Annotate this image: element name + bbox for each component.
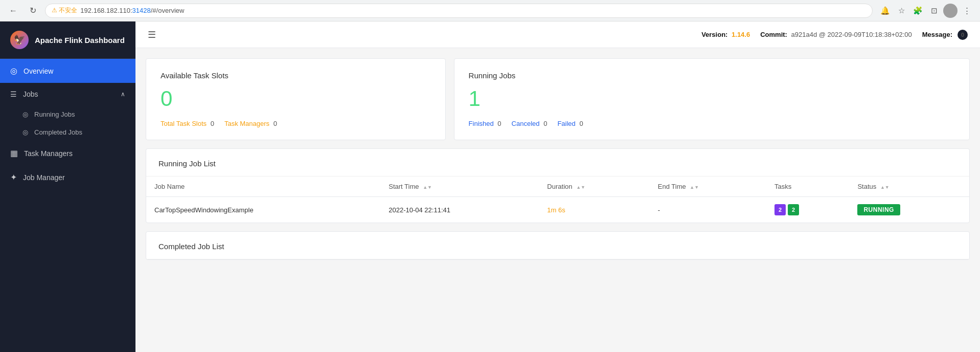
running-jobs-title: Running Jobs (469, 71, 955, 80)
col-end-time[interactable]: End Time ▲▼ (650, 177, 766, 197)
sidebar-item-label-overview: Overview (24, 67, 53, 75)
canceled-stat: Canceled 0 (512, 120, 548, 127)
more-options-button[interactable]: ⋮ (960, 4, 974, 18)
browser-actions: 🔔 ☆ 🧩 ⊡ ⋮ (878, 4, 974, 18)
canceled-value: 0 (543, 120, 547, 127)
user-avatar[interactable] (943, 4, 958, 18)
completed-job-list-card: Completed Job List (146, 231, 970, 260)
commit-label: Commit: a921a4d @ 2022-09-09T10:18:38+02… (760, 31, 912, 38)
header-info: Version: 1.14.6 Commit: a921a4d @ 2022-0… (701, 30, 968, 40)
job-name-cell: CarTopSpeedWindowingExample (146, 197, 380, 223)
message-count-badge: 0 (958, 30, 968, 40)
url-path: /#/overview (151, 7, 185, 14)
end-time-cell: - (650, 197, 766, 223)
duration-value: 1m 6s (547, 206, 565, 214)
task-slots-title: Available Task Slots (161, 71, 431, 80)
col-status[interactable]: Status ▲▼ (849, 177, 969, 197)
commit-label-text: Commit: (760, 31, 787, 38)
job-manager-icon: ✦ (10, 172, 17, 182)
tasks-badges: 2 2 (774, 204, 841, 215)
running-jobs-card: Running Jobs 1 Finished 0 Canceled 0 Fai… (454, 58, 970, 140)
profile-icon[interactable]: 🔔 (878, 4, 892, 18)
sidebar-item-job-manager[interactable]: ✦ Job Manager (0, 165, 135, 189)
status-cell: RUNNING (849, 197, 969, 223)
task-slots-card: Available Task Slots 0 Total Task Slots … (146, 58, 446, 140)
jobs-icon: ☰ (10, 90, 17, 98)
url-port: 31428 (132, 7, 151, 14)
failed-label: Failed (557, 120, 575, 127)
table-row: CarTopSpeedWindowingExample 2022-10-04 2… (146, 197, 969, 223)
total-value: 0 (211, 120, 214, 127)
sidebar-item-label-completed-jobs: Completed Jobs (34, 128, 82, 136)
message-label-text: Message: (922, 31, 952, 38)
sidebar-item-overview[interactable]: ◎ Overview (0, 59, 135, 83)
duration-cell: 1m 6s (539, 197, 649, 223)
running-jobs-value: 1 (469, 88, 955, 109)
version-value: 1.14.6 (732, 31, 750, 38)
bookmark-icon[interactable]: ☆ (894, 4, 908, 18)
status-badge: RUNNING (857, 204, 900, 215)
sidebar-item-label-task-managers: Task Managers (24, 149, 73, 158)
sort-icon-end-time: ▲▼ (690, 185, 699, 190)
running-job-list-card: Running Job List Job Name Start Time ▲▼ (146, 148, 970, 223)
col-tasks: Tasks (766, 177, 849, 197)
sidebar-item-task-managers[interactable]: ▦ Task Managers (0, 141, 135, 165)
security-warning: ⚠ 不安全 (52, 6, 77, 15)
sort-icon-status: ▲▼ (880, 185, 890, 190)
running-job-list-table: Job Name Start Time ▲▼ Duration ▲▼ (146, 177, 969, 223)
url-base: 192.168.182.110: (80, 7, 132, 14)
sidebar-item-completed-jobs[interactable]: ◎ Completed Jobs (0, 123, 135, 141)
top-header: ☰ Version: 1.14.6 Commit: a921a4d @ 2022… (135, 21, 980, 48)
sidebar-item-running-jobs[interactable]: ◎ Running Jobs (0, 105, 135, 123)
total-task-slots-label: Total Task Slots 0 (161, 120, 214, 127)
content-area: Available Task Slots 0 Total Task Slots … (135, 48, 980, 270)
browser-chrome: ← ↻ ⚠ 不安全 192.168.182.110:31428/#/overvi… (0, 0, 980, 21)
back-button[interactable]: ← (6, 4, 20, 18)
failed-stat: Failed 0 (557, 120, 583, 127)
cast-icon[interactable]: ⊡ (927, 4, 941, 18)
running-job-list-header: Running Job List (146, 149, 969, 177)
commit-value: a921a4d @ 2022-09-09T10:18:38+02:00 (791, 31, 912, 38)
chevron-up-icon: ∧ (121, 91, 125, 98)
start-time-cell: 2022-10-04 22:11:41 (380, 197, 539, 223)
refresh-button[interactable]: ↻ (26, 4, 40, 18)
col-job-name: Job Name (146, 177, 380, 197)
version-label: Version: 1.14.6 (701, 31, 750, 38)
sidebar-item-label-running-jobs: Running Jobs (34, 111, 75, 118)
tasks-cell: 2 2 (766, 197, 849, 223)
logo-icon: 🦅 (10, 31, 29, 49)
finished-stat: Finished 0 (469, 120, 502, 127)
task-badge-done: 2 (788, 204, 799, 215)
sidebar-logo: 🦅 Apache Flink Dashboard (0, 21, 135, 59)
col-duration[interactable]: Duration ▲▼ (539, 177, 649, 197)
sidebar: 🦅 Apache Flink Dashboard ◎ Overview ☰ Jo… (0, 21, 135, 352)
finished-value: 0 (497, 120, 501, 127)
start-time-value: 2022-10-04 22:11:41 (389, 206, 450, 214)
finished-label: Finished (469, 120, 494, 127)
sidebar-item-label-job-manager: Job Manager (23, 173, 65, 182)
completed-job-list-header: Completed Job List (146, 232, 969, 259)
task-managers-label: Task Managers 0 (224, 120, 277, 127)
task-managers-icon: ▦ (10, 148, 18, 158)
task-slots-value: 0 (161, 88, 431, 109)
main-content: ☰ Version: 1.14.6 Commit: a921a4d @ 2022… (135, 21, 980, 352)
sort-icon-start-time: ▲▼ (423, 185, 432, 190)
sidebar-toggle-button[interactable]: ☰ (148, 29, 156, 40)
col-start-time[interactable]: Start Time ▲▼ (380, 177, 539, 197)
canceled-label: Canceled (512, 120, 540, 127)
sidebar-item-jobs[interactable]: ☰ Jobs ∧ (0, 83, 135, 105)
sort-icon-duration: ▲▼ (576, 185, 585, 190)
version-label-text: Version: (701, 31, 727, 38)
sidebar-item-label-jobs: Jobs (23, 90, 38, 98)
message-badge: Message: 0 (922, 30, 968, 40)
overview-icon: ◎ (10, 66, 17, 76)
end-time-value: - (658, 206, 660, 214)
job-name-link[interactable]: CarTopSpeedWindowingExample (154, 206, 254, 214)
app-name: Apache Flink Dashboard (35, 36, 125, 45)
extension-icon[interactable]: 🧩 (910, 4, 925, 18)
total-label: Total Task Slots (161, 120, 207, 127)
running-jobs-meta: Finished 0 Canceled 0 Failed 0 (469, 120, 955, 127)
managers-label: Task Managers (224, 120, 269, 127)
address-bar[interactable]: ⚠ 不安全 192.168.182.110:31428/#/overview (45, 4, 873, 18)
task-badge-total: 2 (774, 204, 786, 215)
